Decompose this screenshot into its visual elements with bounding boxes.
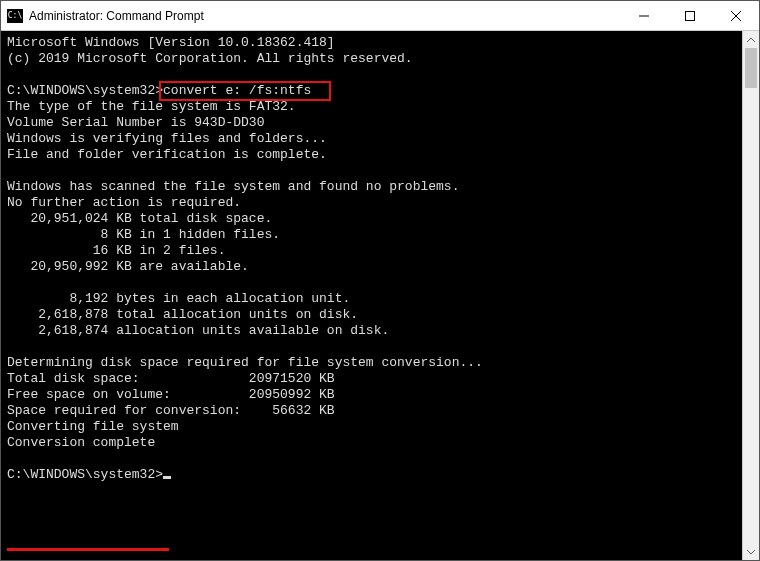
vertical-scrollbar[interactable] [742,31,759,560]
close-button[interactable] [713,1,759,30]
terminal-line: (c) 2019 Microsoft Corporation. All righ… [7,51,736,67]
prompt: C:\WINDOWS\system32> [7,83,163,98]
terminal-line: Windows has scanned the file system and … [7,179,736,195]
terminal-line [7,275,736,291]
terminal-line: File and folder verification is complete… [7,147,736,163]
prompt: C:\WINDOWS\system32> [7,467,163,482]
window-controls [621,1,759,30]
terminal-line: 2,618,878 total allocation units on disk… [7,307,736,323]
terminal-line: Windows is verifying files and folders..… [7,131,736,147]
titlebar[interactable]: C:\ Administrator: Command Prompt [1,1,759,31]
client-area: Microsoft Windows [Version 10.0.18362.41… [1,31,759,560]
scroll-down-button[interactable] [743,543,759,560]
entered-command: convert e: /fs:ntfs [163,83,311,98]
terminal-line: Total disk space: 20971520 KB [7,371,736,387]
terminal-line: 20,950,992 KB are available. [7,259,736,275]
terminal-line: No further action is required. [7,195,736,211]
close-icon [731,11,741,21]
scroll-up-button[interactable] [743,31,759,48]
title-left: C:\ Administrator: Command Prompt [1,9,621,23]
terminal-line: Microsoft Windows [Version 10.0.18362.41… [7,35,736,51]
terminal-line: The type of the file system is FAT32. [7,99,736,115]
minimize-icon [639,11,649,21]
terminal-line [7,163,736,179]
maximize-icon [685,11,695,21]
terminal-line: Free space on volume: 20950992 KB [7,387,736,403]
chevron-down-icon [747,548,755,556]
scrollbar-track[interactable] [743,48,759,543]
chevron-up-icon [747,36,755,44]
command-prompt-window: C:\ Administrator: Command Prompt Micros… [0,0,760,561]
terminal-line: Volume Serial Number is 943D-DD30 [7,115,736,131]
maximize-button[interactable] [667,1,713,30]
terminal-line: Conversion complete [7,435,736,451]
terminal-line: Determining disk space required for file… [7,355,736,371]
scrollbar-thumb[interactable] [745,48,757,88]
terminal-line: 20,951,024 KB total disk space. [7,211,736,227]
window-title: Administrator: Command Prompt [29,9,204,23]
terminal-line: 8 KB in 1 hidden files. [7,227,736,243]
terminal-line: 8,192 bytes in each allocation unit. [7,291,736,307]
terminal-line: Space required for conversion: 56632 KB [7,403,736,419]
terminal-line: 16 KB in 2 files. [7,243,736,259]
terminal-line [7,339,736,355]
cmd-icon: C:\ [7,9,23,23]
text-cursor [163,476,171,479]
terminal-line: C:\WINDOWS\system32>convert e: /fs:ntfs [7,83,736,99]
minimize-button[interactable] [621,1,667,30]
terminal-line [7,67,736,83]
terminal-line [7,451,736,467]
terminal-line: C:\WINDOWS\system32> [7,467,736,483]
terminal-output[interactable]: Microsoft Windows [Version 10.0.18362.41… [1,31,742,560]
terminal-line: Converting file system [7,419,736,435]
svg-rect-0 [686,11,695,20]
terminal-line: 2,618,874 allocation units available on … [7,323,736,339]
